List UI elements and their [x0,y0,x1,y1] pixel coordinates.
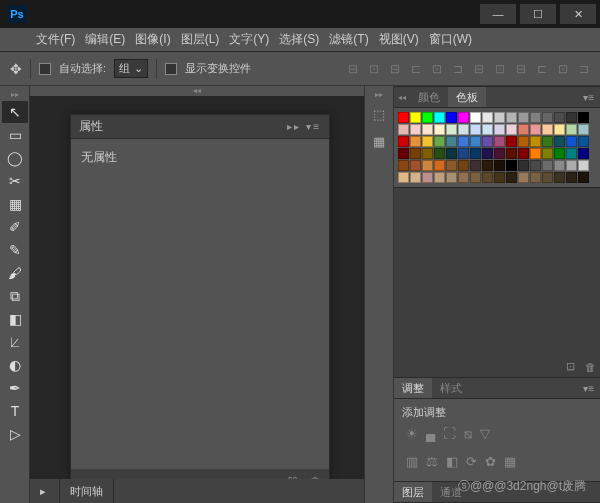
adjust-icon[interactable]: ✿ [485,454,496,469]
swatch[interactable] [470,148,481,159]
tool-3[interactable]: ✂ [2,170,28,192]
swatch[interactable] [494,136,505,147]
swatch[interactable] [542,124,553,135]
align-icon[interactable]: ⊟ [343,59,363,79]
swatch[interactable] [506,112,517,123]
swatch[interactable] [518,172,529,183]
color-picker-icon[interactable]: ⬚ [367,102,391,126]
panel-header[interactable]: 属性 ▸▸ ▾≡ [71,115,329,139]
swatch[interactable] [542,112,553,123]
swatch[interactable] [494,112,505,123]
swatch[interactable] [566,160,577,171]
tool-14[interactable]: ▷ [2,423,28,445]
swatch[interactable] [470,112,481,123]
menu-view[interactable]: 视图(V) [379,31,419,48]
swatch[interactable] [422,172,433,183]
grab-handle[interactable]: ▸▸ [0,90,29,100]
grab-handle[interactable]: ▸ [30,479,60,503]
swatch[interactable] [482,148,493,159]
swatch[interactable] [518,124,529,135]
align-icon[interactable]: ⊡ [364,59,384,79]
swatch[interactable] [422,160,433,171]
swatch[interactable] [422,136,433,147]
swatch[interactable] [446,112,457,123]
swatch[interactable] [542,148,553,159]
auto-select-dropdown[interactable]: 组 ⌄ [114,59,148,78]
adjust-icon[interactable]: ⧅ [464,426,472,442]
swatch[interactable] [470,124,481,135]
swatch[interactable] [434,112,445,123]
swatch[interactable] [470,160,481,171]
swatch[interactable] [578,148,589,159]
adjust-icon[interactable]: ▄ [426,426,435,442]
swatch[interactable] [410,136,421,147]
tool-0[interactable]: ↖ [2,101,28,123]
timeline-tab[interactable]: 时间轴 [60,479,114,503]
swatch[interactable] [458,172,469,183]
swatch[interactable] [446,160,457,171]
swatch[interactable] [566,136,577,147]
swatch[interactable] [410,148,421,159]
swatch[interactable] [530,124,541,135]
swatch[interactable] [434,160,445,171]
swatch[interactable] [410,160,421,171]
swatch[interactable] [578,124,589,135]
align-icon[interactable]: ⊏ [406,59,426,79]
swatch[interactable] [446,148,457,159]
swatch[interactable] [542,160,553,171]
tool-7[interactable]: 🖌 [2,262,28,284]
swatch[interactable] [578,112,589,123]
menu-edit[interactable]: 编辑(E) [85,31,125,48]
grab-handle[interactable]: ◂◂ [394,93,410,102]
menu-image[interactable]: 图像(I) [135,31,170,48]
maximize-button[interactable]: ☐ [520,4,556,24]
swatch[interactable] [482,136,493,147]
tool-1[interactable]: ▭ [2,124,28,146]
styles-tab[interactable]: 样式 [432,378,470,398]
swatch[interactable] [434,172,445,183]
tool-13[interactable]: T [2,400,28,422]
swatch[interactable] [506,160,517,171]
swatch[interactable] [434,124,445,135]
menu-select[interactable]: 选择(S) [279,31,319,48]
tool-12[interactable]: ✒ [2,377,28,399]
tool-2[interactable]: ◯ [2,147,28,169]
swatch[interactable] [566,148,577,159]
menu-window[interactable]: 窗口(W) [429,31,472,48]
swatch[interactable] [518,136,529,147]
swatch[interactable] [446,172,457,183]
swatch[interactable] [554,112,565,123]
tool-11[interactable]: ◐ [2,354,28,376]
swatch[interactable] [398,172,409,183]
swatch[interactable] [530,112,541,123]
swatch[interactable] [554,136,565,147]
align-icon[interactable]: ⊏ [532,59,552,79]
menu-type[interactable]: 文字(Y) [229,31,269,48]
swatch[interactable] [458,160,469,171]
swatch[interactable] [554,172,565,183]
panel-collapse-icon[interactable]: ▸▸ ▾≡ [287,121,321,132]
align-icon[interactable]: ⊐ [448,59,468,79]
swatch[interactable] [398,160,409,171]
swatch[interactable] [506,136,517,147]
swatch[interactable] [482,124,493,135]
auto-select-checkbox[interactable] [39,63,51,75]
swatch[interactable] [470,136,481,147]
adjust-icon[interactable]: ☀ [406,426,418,442]
swatch[interactable] [398,124,409,135]
align-icon[interactable]: ⊟ [385,59,405,79]
swatch[interactable] [482,112,493,123]
swatch[interactable] [518,148,529,159]
adjust-icon[interactable]: ▥ [406,454,418,469]
swatch[interactable] [410,172,421,183]
menu-filter[interactable]: 滤镜(T) [329,31,368,48]
minimize-button[interactable]: — [480,4,516,24]
swatch[interactable] [506,172,517,183]
menu-layer[interactable]: 图层(L) [181,31,220,48]
adjust-icon[interactable]: ⟳ [466,454,477,469]
swatch[interactable] [470,172,481,183]
adjust-icon[interactable]: ◧ [446,454,458,469]
align-icon[interactable]: ⊟ [469,59,489,79]
swatch[interactable] [494,160,505,171]
swatch[interactable] [506,148,517,159]
